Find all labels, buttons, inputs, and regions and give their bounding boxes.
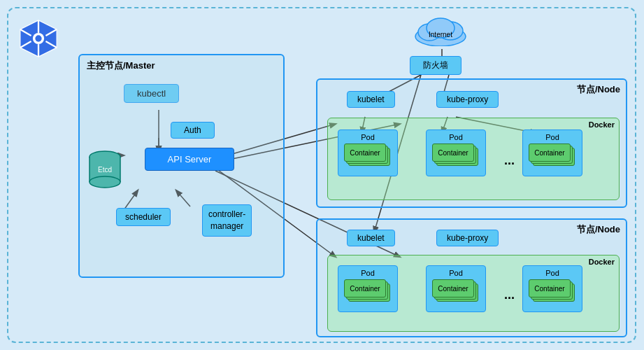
pod-2-bottom: Pod Container — [522, 265, 582, 312]
docker-area-bottom: Docker Pod Container Pod Container — [327, 255, 620, 332]
kube-proxy-top-label: kube-proxy — [447, 94, 488, 104]
pod-2-top-label: Pod — [529, 133, 576, 141]
container-2-bottom-label: Container — [529, 279, 571, 298]
firewall-box: 防火墙 — [410, 56, 461, 75]
docker-area-top: Docker Pod Container Pod Container — [327, 118, 620, 200]
cloud-svg: Internet — [413, 13, 468, 46]
kubelet-bottom: kubelet — [347, 230, 395, 246]
scheduler-label: scheduler — [125, 212, 162, 222]
kubelet-top: kubelet — [347, 91, 395, 108]
node-0-label: 节点/Node — [577, 84, 620, 94]
main-container: kubectl 主控节点/Master Auth API Server Etcd… — [7, 7, 636, 343]
pod-0-top: Pod Container — [338, 130, 398, 176]
container-2-bottom-stack: Container — [529, 279, 576, 306]
docker-label-bottom: Docker — [589, 258, 615, 266]
node-area-top: 节点/Node kubelet kube-proxy Docker Pod Co… — [316, 78, 627, 208]
node-area-bottom: 节点/Node kubelet kube-proxy Docker Pod Co… — [316, 218, 627, 337]
pod-1-bottom: Pod Container — [426, 265, 486, 312]
auth-label: Auth — [184, 125, 201, 135]
container-0-top-label: Container — [344, 144, 386, 162]
api-server-box: API Server — [145, 148, 234, 171]
container-0-top-stack: Container — [344, 144, 392, 170]
container-1-bottom-label: Container — [432, 279, 474, 298]
controller-manager-box: controller-manager — [202, 204, 252, 237]
k8s-logo — [18, 18, 59, 59]
pod-2-top: Pod Container — [522, 130, 582, 176]
container-0-bottom-stack: Container — [344, 279, 392, 306]
kube-proxy-bottom-label: kube-proxy — [447, 233, 488, 243]
pod-2-bottom-label: Pod — [529, 269, 576, 277]
container-0-bottom-label: Container — [344, 279, 386, 298]
pod-0-bottom: Pod Container — [338, 265, 398, 312]
container-1-bottom-stack: Container — [432, 279, 480, 306]
svg-text:Internet: Internet — [429, 31, 452, 38]
svg-text:Etcd: Etcd — [98, 166, 112, 174]
master-node: 主控节点/Master Auth API Server Etcd schedul… — [78, 54, 285, 278]
pod-1-bottom-label: Pod — [432, 269, 480, 277]
auth-box: Auth — [171, 122, 215, 139]
kubelet-bottom-label: kubelet — [357, 233, 385, 243]
kubelet-top-label: kubelet — [357, 94, 385, 104]
node-label-top: 节点/Node — [577, 83, 620, 96]
pod-1-top-label: Pod — [432, 133, 480, 141]
container-1-top-label: Container — [432, 144, 474, 162]
node-1-label: 节点/Node — [577, 224, 620, 234]
firewall-label: 防火墙 — [423, 60, 448, 70]
etcd-cylinder-svg: Etcd — [88, 150, 122, 190]
dots-bottom: ... — [504, 288, 515, 302]
container-2-top-stack: Container — [529, 144, 576, 170]
pod-1-top: Pod Container — [426, 130, 486, 176]
svg-point-18 — [35, 35, 41, 41]
api-server-label: API Server — [168, 154, 212, 164]
etcd-box: Etcd — [88, 150, 122, 193]
node-label-bottom: 节点/Node — [577, 223, 620, 236]
dots-top: ... — [504, 153, 515, 168]
pod-0-bottom-label: Pod — [344, 269, 392, 277]
master-label: 主控节点/Master — [87, 59, 155, 72]
docker-label-top: Docker — [589, 120, 615, 129]
scheduler-box: scheduler — [116, 208, 171, 226]
pod-0-top-label: Pod — [344, 133, 392, 141]
internet-cloud: Internet — [413, 13, 468, 49]
container-1-top-stack: Container — [432, 144, 480, 170]
container-2-top-label: Container — [529, 144, 571, 162]
kube-proxy-top: kube-proxy — [436, 91, 499, 108]
controller-manager-label: controller-manager — [208, 209, 245, 231]
svg-point-29 — [90, 176, 120, 188]
kube-proxy-bottom: kube-proxy — [436, 230, 499, 246]
